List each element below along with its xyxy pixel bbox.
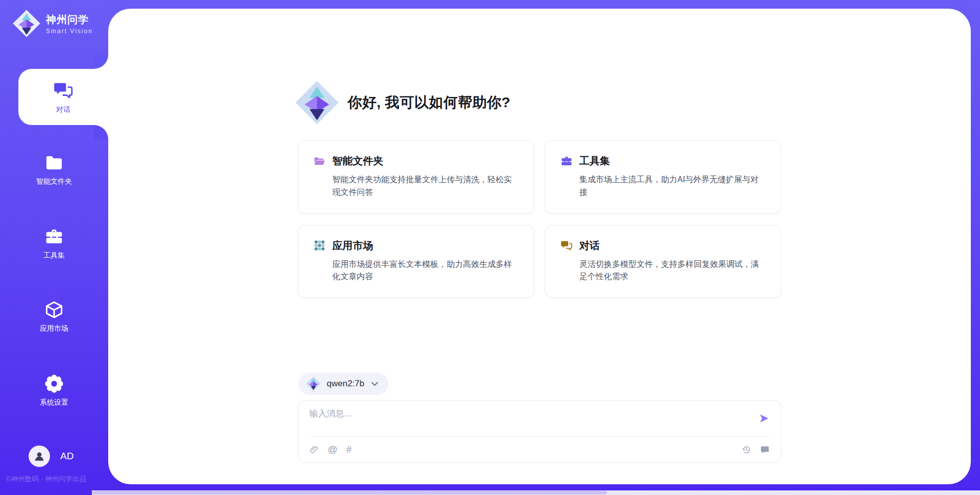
paperclip-icon — [309, 445, 319, 455]
tab-curve-top — [94, 55, 108, 69]
sidebar: 神州问学 Smart Vision 对话 智能文件夹 工具集 应用市场 系统设置 — [0, 0, 108, 495]
sidebar-item-label: 工具集 — [43, 251, 65, 260]
card-header: 应用市场 — [313, 239, 519, 253]
chat-bubbles-icon — [53, 80, 74, 101]
card-description: 灵活切换多模型文件，支持多样回复效果调试，满足个性化需求 — [579, 258, 766, 284]
card-header: 智能文件夹 — [313, 154, 519, 168]
brand-text: 神州问学 Smart Vision — [46, 13, 93, 35]
folder-open-icon — [313, 155, 326, 167]
person-icon — [33, 450, 46, 463]
tab-curve-bottom — [94, 125, 108, 139]
main-panel: 你好, 我可以如何帮助你? 智能文件夹 智能文件夹功能支持批量文件上传与清洗，轻… — [108, 9, 971, 484]
toolbar-right — [742, 445, 770, 455]
card-chat[interactable]: 对话 灵活切换多模型文件，支持多样回复效果调试，满足个性化需求 — [545, 225, 781, 299]
user-initials: AD — [60, 451, 74, 462]
card-title: 工具集 — [579, 154, 610, 168]
message-composer: @ # — [298, 400, 781, 463]
chat-bubble-icon — [760, 445, 770, 455]
main-content: 你好, 我可以如何帮助你? 智能文件夹 智能文件夹功能支持批量文件上传与清洗，轻… — [298, 9, 781, 484]
send-icon — [758, 413, 770, 424]
mention-button[interactable]: @ — [328, 444, 337, 455]
brand-subtitle: Smart Vision — [46, 28, 93, 35]
attachment-button[interactable] — [309, 445, 319, 455]
sidebar-item-label: 对话 — [56, 105, 70, 114]
avatar — [29, 445, 50, 467]
brand: 神州问学 Smart Vision — [12, 9, 93, 38]
assistant-logo-icon — [295, 80, 339, 125]
input-row — [309, 409, 770, 436]
card-title: 智能文件夹 — [332, 154, 383, 168]
sidebar-item-label: 系统设置 — [40, 398, 68, 407]
model-name: qwen2:7b — [327, 379, 364, 389]
briefcase-icon — [44, 227, 64, 246]
card-description: 应用市场提供丰富长文本模板，助力高效生成多样化文章内容 — [332, 258, 519, 284]
card-toolset[interactable]: 工具集 集成市场上主流工具，助力AI与外界无缝扩展与对接 — [545, 140, 781, 214]
sidebar-item-chat[interactable]: 对话 — [18, 69, 108, 125]
sidebar-item-label: 应用市场 — [40, 324, 68, 333]
toolbar-left: @ # — [309, 444, 352, 455]
feature-cards: 智能文件夹 智能文件夹功能支持批量文件上传与清洗，轻松实现文件问答 工具集 集成… — [298, 140, 781, 298]
quick-reply-button[interactable] — [760, 445, 770, 455]
gear-icon — [44, 374, 64, 393]
brand-name: 神州问学 — [46, 13, 93, 27]
composer-toolbar: @ # — [309, 437, 770, 462]
sidebar-item-settings[interactable]: 系统设置 — [0, 374, 108, 411]
horizontal-scrollbar[interactable] — [92, 490, 980, 495]
card-header: 工具集 — [560, 154, 766, 168]
card-title: 对话 — [579, 239, 600, 253]
history-button[interactable] — [742, 445, 751, 455]
send-button[interactable] — [758, 413, 770, 426]
composer: qwen2:7b — [298, 373, 781, 463]
card-description: 集成市场上主流工具，助力AI与外界无缝扩展与对接 — [579, 174, 766, 199]
sidebar-item-toolset[interactable]: 工具集 — [0, 227, 108, 264]
history-icon — [742, 445, 751, 455]
card-description: 智能文件夹功能支持批量文件上传与清洗，轻松实现文件问答 — [332, 174, 519, 199]
card-smart-folder[interactable]: 智能文件夹 智能文件夹功能支持批量文件上传与清洗，轻松实现文件问答 — [298, 140, 534, 214]
card-header: 对话 — [560, 239, 766, 253]
card-title: 应用市场 — [332, 239, 373, 253]
greeting-title: 你好, 我可以如何帮助你? — [348, 93, 510, 112]
grid-icon — [313, 239, 326, 252]
chat-bubbles-icon — [560, 239, 573, 252]
briefcase-icon — [560, 155, 573, 167]
hash-button[interactable]: # — [346, 444, 352, 455]
folder-icon — [44, 153, 64, 172]
message-input[interactable] — [309, 409, 748, 419]
sidebar-item-app-market[interactable]: 应用市场 — [0, 300, 108, 337]
card-app-market[interactable]: 应用市场 应用市场提供丰富长文本模板，助力高效生成多样化文章内容 — [298, 225, 534, 299]
sidebar-item-label: 智能文件夹 — [36, 177, 72, 186]
copyright-text: ©神州数码 · 神州问学出品 — [6, 475, 108, 484]
chevron-down-icon — [371, 382, 378, 386]
model-selector[interactable]: qwen2:7b — [299, 373, 388, 395]
scrollbar-thumb[interactable] — [92, 491, 607, 494]
brand-logo-icon — [12, 9, 41, 38]
user-profile[interactable]: AD — [29, 445, 74, 467]
model-logo-icon — [306, 376, 321, 391]
sidebar-item-smart-folder[interactable]: 智能文件夹 — [0, 153, 108, 190]
greeting-block: 你好, 我可以如何帮助你? — [295, 80, 781, 125]
cube-icon — [44, 300, 64, 319]
